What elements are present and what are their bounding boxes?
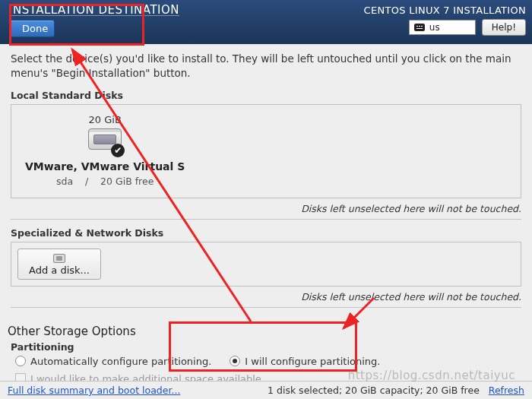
keyboard-layout-selector[interactable]: us bbox=[409, 20, 476, 35]
checkmark-badge-icon: ✔ bbox=[111, 144, 125, 157]
radio-manual-partitioning[interactable]: I will configure partitioning. bbox=[230, 356, 380, 367]
local-unselected-note: Disks left unselected here will not be t… bbox=[0, 198, 532, 216]
radio-auto-label: Automatically configure partitioning. bbox=[30, 356, 211, 367]
separator-2 bbox=[11, 307, 521, 308]
help-button[interactable]: Help! bbox=[482, 19, 526, 36]
footer-right: 1 disk selected; 20 GiB capacity; 20 GiB… bbox=[268, 385, 524, 396]
product-title: CENTOS LINUX 7 INSTALLATION bbox=[364, 5, 526, 16]
header-controls: us Help! bbox=[409, 19, 526, 36]
partitioning-radio-row: Automatically configure partitioning. I … bbox=[15, 356, 532, 367]
partitioning-heading: Partitioning bbox=[11, 341, 532, 353]
keyboard-icon bbox=[414, 24, 425, 31]
specialized-unselected-note: Disks left unselected here will not be t… bbox=[0, 287, 532, 304]
intro-text: Select the device(s) you'd like to insta… bbox=[0, 44, 532, 82]
add-disk-button[interactable]: Add a disk... bbox=[17, 249, 101, 280]
disk-icon-wrap: ✔ bbox=[88, 128, 122, 154]
page-title: INSTALLATION DESTINATION bbox=[9, 3, 179, 17]
local-disks-heading: Local Standard Disks bbox=[11, 90, 532, 101]
disk-sep: / bbox=[85, 176, 88, 187]
footer-bar: Full disk summary and boot loader... 1 d… bbox=[0, 381, 532, 399]
keyboard-layout-label: us bbox=[429, 22, 440, 33]
disk-tile[interactable]: 20 GiB ✔ VMware, VMware Virtual S sda / … bbox=[19, 111, 191, 188]
radio-auto-partitioning[interactable]: Automatically configure partitioning. bbox=[15, 356, 211, 367]
separator bbox=[11, 219, 521, 220]
refresh-link[interactable]: Refresh bbox=[489, 385, 524, 396]
add-disk-label: Add a disk... bbox=[29, 264, 90, 276]
header-right: CENTOS LINUX 7 INSTALLATION us Help! bbox=[364, 3, 526, 44]
other-storage-heading: Other Storage Options bbox=[8, 325, 532, 338]
disk-device: sda bbox=[56, 176, 73, 187]
footer-status: 1 disk selected; 20 GiB capacity; 20 GiB… bbox=[268, 385, 480, 396]
disk-plus-icon bbox=[53, 254, 65, 263]
specialized-frame: Add a disk... bbox=[11, 242, 521, 287]
radio-icon bbox=[15, 356, 26, 366]
radio-icon-selected bbox=[230, 356, 240, 366]
disk-free: 20 GiB free bbox=[100, 176, 154, 187]
radio-manual-label: I will configure partitioning. bbox=[245, 356, 380, 367]
disk-subinfo: sda / 20 GiB free bbox=[56, 176, 154, 187]
disk-name: VMware, VMware Virtual S bbox=[25, 160, 185, 173]
disk-capacity: 20 GiB bbox=[89, 114, 122, 125]
specialized-heading: Specialized & Network Disks bbox=[11, 227, 532, 239]
header-left: INSTALLATION DESTINATION Done bbox=[9, 3, 179, 44]
done-button[interactable]: Done bbox=[9, 20, 55, 37]
full-disk-summary-link[interactable]: Full disk summary and boot loader... bbox=[8, 385, 180, 396]
local-disks-frame: 20 GiB ✔ VMware, VMware Virtual S sda / … bbox=[11, 104, 521, 198]
header-bar: INSTALLATION DESTINATION Done CENTOS LIN… bbox=[0, 0, 532, 44]
